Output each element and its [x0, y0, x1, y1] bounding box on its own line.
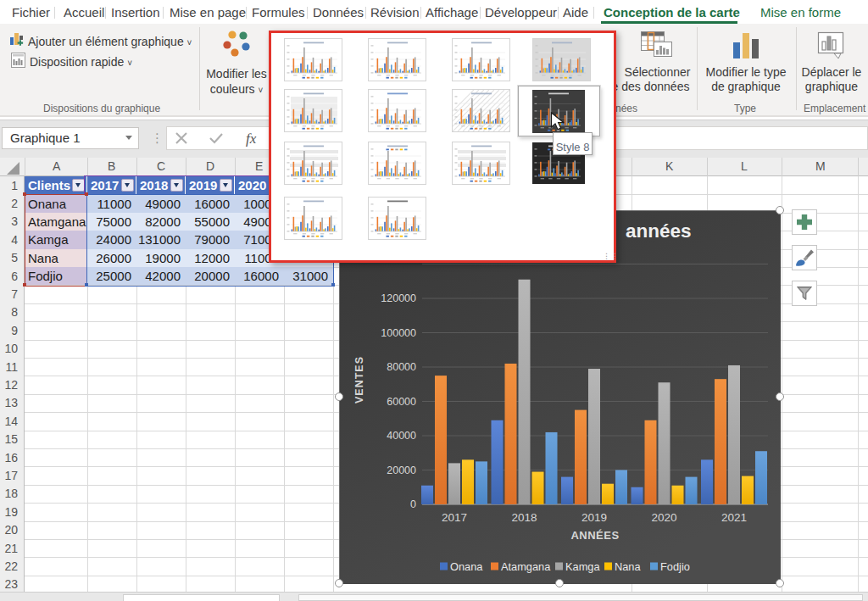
svg-text:Kamga: Kamga — [565, 560, 600, 573]
svg-text:0: 0 — [410, 498, 416, 510]
svg-text:100000: 100000 — [381, 327, 416, 339]
svg-text:2018: 2018 — [511, 511, 537, 524]
svg-text:40000: 40000 — [387, 430, 416, 442]
svg-text:80000: 80000 — [387, 361, 416, 373]
svg-text:Atamgana: Atamgana — [501, 560, 551, 573]
svg-text:2021: 2021 — [721, 511, 747, 524]
svg-text:2017: 2017 — [442, 511, 467, 524]
svg-text:2019: 2019 — [581, 511, 607, 524]
svg-text:20000: 20000 — [387, 465, 416, 476]
svg-text:Fodjio: Fodjio — [660, 560, 690, 573]
svg-text:VENTES: VENTES — [353, 356, 365, 403]
svg-text:2020: 2020 — [651, 511, 676, 524]
svg-text:Onana: Onana — [450, 560, 483, 573]
svg-text:ANNÉES: ANNÉES — [570, 529, 619, 542]
svg-text:fx: fx — [246, 131, 257, 147]
svg-text:années: années — [626, 220, 692, 242]
svg-text:Nana: Nana — [615, 560, 641, 573]
svg-text:60000: 60000 — [387, 396, 416, 408]
svg-text:120000: 120000 — [381, 292, 416, 304]
